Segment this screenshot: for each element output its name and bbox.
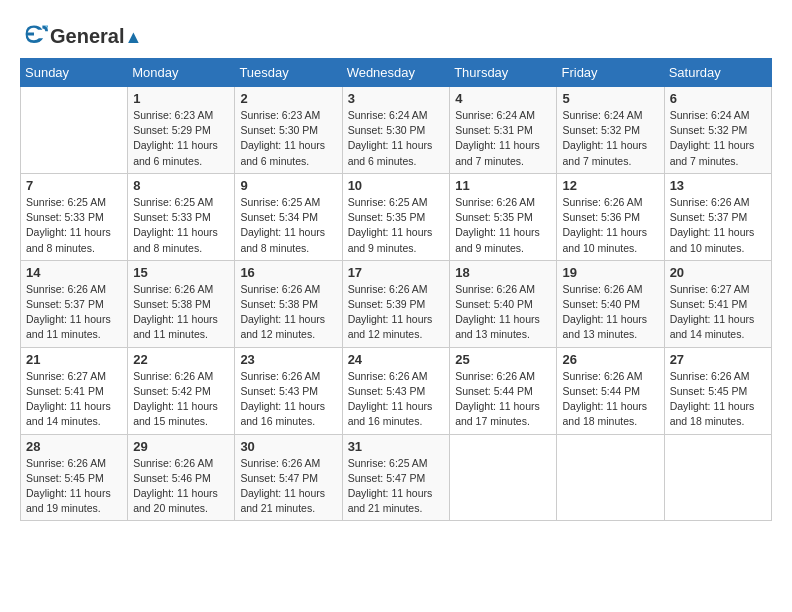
day-info: Sunrise: 6:27 AM Sunset: 5:41 PM Dayligh… [26,369,122,430]
day-info: Sunrise: 6:24 AM Sunset: 5:30 PM Dayligh… [348,108,445,169]
day-info: Sunrise: 6:25 AM Sunset: 5:33 PM Dayligh… [26,195,122,256]
day-info: Sunrise: 6:26 AM Sunset: 5:46 PM Dayligh… [133,456,229,517]
day-header-monday: Monday [128,59,235,87]
calendar-week-2: 7Sunrise: 6:25 AM Sunset: 5:33 PM Daylig… [21,173,772,260]
logo-text: General▲ [50,25,142,44]
calendar-cell: 2Sunrise: 6:23 AM Sunset: 5:30 PM Daylig… [235,87,342,174]
day-info: Sunrise: 6:25 AM Sunset: 5:47 PM Dayligh… [348,456,445,517]
page-header: General▲ [20,20,772,48]
day-number: 29 [133,439,229,454]
calendar-cell: 10Sunrise: 6:25 AM Sunset: 5:35 PM Dayli… [342,173,450,260]
day-number: 24 [348,352,445,367]
day-number: 21 [26,352,122,367]
calendar-cell: 17Sunrise: 6:26 AM Sunset: 5:39 PM Dayli… [342,260,450,347]
day-info: Sunrise: 6:26 AM Sunset: 5:45 PM Dayligh… [26,456,122,517]
calendar-cell: 5Sunrise: 6:24 AM Sunset: 5:32 PM Daylig… [557,87,664,174]
calendar-week-4: 21Sunrise: 6:27 AM Sunset: 5:41 PM Dayli… [21,347,772,434]
day-number: 3 [348,91,445,106]
day-number: 26 [562,352,658,367]
calendar-cell: 22Sunrise: 6:26 AM Sunset: 5:42 PM Dayli… [128,347,235,434]
calendar-cell: 15Sunrise: 6:26 AM Sunset: 5:38 PM Dayli… [128,260,235,347]
calendar-cell: 21Sunrise: 6:27 AM Sunset: 5:41 PM Dayli… [21,347,128,434]
day-number: 23 [240,352,336,367]
calendar-cell: 28Sunrise: 6:26 AM Sunset: 5:45 PM Dayli… [21,434,128,521]
day-info: Sunrise: 6:26 AM Sunset: 5:42 PM Dayligh… [133,369,229,430]
calendar-cell: 18Sunrise: 6:26 AM Sunset: 5:40 PM Dayli… [450,260,557,347]
day-info: Sunrise: 6:26 AM Sunset: 5:37 PM Dayligh… [26,282,122,343]
day-info: Sunrise: 6:23 AM Sunset: 5:29 PM Dayligh… [133,108,229,169]
day-header-thursday: Thursday [450,59,557,87]
calendar-cell [21,87,128,174]
day-number: 5 [562,91,658,106]
day-info: Sunrise: 6:25 AM Sunset: 5:34 PM Dayligh… [240,195,336,256]
day-info: Sunrise: 6:24 AM Sunset: 5:32 PM Dayligh… [562,108,658,169]
day-number: 11 [455,178,551,193]
day-number: 17 [348,265,445,280]
day-info: Sunrise: 6:26 AM Sunset: 5:44 PM Dayligh… [455,369,551,430]
calendar-cell: 23Sunrise: 6:26 AM Sunset: 5:43 PM Dayli… [235,347,342,434]
day-info: Sunrise: 6:25 AM Sunset: 5:33 PM Dayligh… [133,195,229,256]
day-number: 6 [670,91,766,106]
day-header-wednesday: Wednesday [342,59,450,87]
calendar-cell [450,434,557,521]
logo: General▲ [20,20,142,48]
day-info: Sunrise: 6:23 AM Sunset: 5:30 PM Dayligh… [240,108,336,169]
day-info: Sunrise: 6:26 AM Sunset: 5:39 PM Dayligh… [348,282,445,343]
day-info: Sunrise: 6:26 AM Sunset: 5:37 PM Dayligh… [670,195,766,256]
day-number: 13 [670,178,766,193]
calendar-cell: 26Sunrise: 6:26 AM Sunset: 5:44 PM Dayli… [557,347,664,434]
day-info: Sunrise: 6:26 AM Sunset: 5:35 PM Dayligh… [455,195,551,256]
calendar-cell: 11Sunrise: 6:26 AM Sunset: 5:35 PM Dayli… [450,173,557,260]
day-number: 1 [133,91,229,106]
calendar-cell: 31Sunrise: 6:25 AM Sunset: 5:47 PM Dayli… [342,434,450,521]
day-number: 12 [562,178,658,193]
calendar-body: 1Sunrise: 6:23 AM Sunset: 5:29 PM Daylig… [21,87,772,521]
day-info: Sunrise: 6:25 AM Sunset: 5:35 PM Dayligh… [348,195,445,256]
calendar-cell: 27Sunrise: 6:26 AM Sunset: 5:45 PM Dayli… [664,347,771,434]
calendar-cell: 12Sunrise: 6:26 AM Sunset: 5:36 PM Dayli… [557,173,664,260]
day-info: Sunrise: 6:24 AM Sunset: 5:32 PM Dayligh… [670,108,766,169]
day-number: 30 [240,439,336,454]
day-number: 7 [26,178,122,193]
day-info: Sunrise: 6:26 AM Sunset: 5:40 PM Dayligh… [455,282,551,343]
calendar-cell: 8Sunrise: 6:25 AM Sunset: 5:33 PM Daylig… [128,173,235,260]
calendar-cell: 30Sunrise: 6:26 AM Sunset: 5:47 PM Dayli… [235,434,342,521]
day-number: 19 [562,265,658,280]
calendar-cell: 4Sunrise: 6:24 AM Sunset: 5:31 PM Daylig… [450,87,557,174]
calendar-cell [664,434,771,521]
day-number: 28 [26,439,122,454]
logo-icon [20,20,48,48]
day-info: Sunrise: 6:26 AM Sunset: 5:44 PM Dayligh… [562,369,658,430]
day-number: 4 [455,91,551,106]
day-info: Sunrise: 6:26 AM Sunset: 5:38 PM Dayligh… [133,282,229,343]
day-info: Sunrise: 6:26 AM Sunset: 5:38 PM Dayligh… [240,282,336,343]
day-info: Sunrise: 6:26 AM Sunset: 5:40 PM Dayligh… [562,282,658,343]
calendar-cell: 20Sunrise: 6:27 AM Sunset: 5:41 PM Dayli… [664,260,771,347]
day-number: 10 [348,178,445,193]
day-info: Sunrise: 6:26 AM Sunset: 5:45 PM Dayligh… [670,369,766,430]
calendar-cell: 1Sunrise: 6:23 AM Sunset: 5:29 PM Daylig… [128,87,235,174]
calendar-cell: 6Sunrise: 6:24 AM Sunset: 5:32 PM Daylig… [664,87,771,174]
calendar-cell: 14Sunrise: 6:26 AM Sunset: 5:37 PM Dayli… [21,260,128,347]
day-info: Sunrise: 6:26 AM Sunset: 5:36 PM Dayligh… [562,195,658,256]
day-info: Sunrise: 6:26 AM Sunset: 5:47 PM Dayligh… [240,456,336,517]
day-number: 16 [240,265,336,280]
day-info: Sunrise: 6:27 AM Sunset: 5:41 PM Dayligh… [670,282,766,343]
day-number: 9 [240,178,336,193]
day-number: 14 [26,265,122,280]
calendar-cell: 25Sunrise: 6:26 AM Sunset: 5:44 PM Dayli… [450,347,557,434]
calendar-cell: 3Sunrise: 6:24 AM Sunset: 5:30 PM Daylig… [342,87,450,174]
day-number: 15 [133,265,229,280]
day-number: 2 [240,91,336,106]
calendar-week-3: 14Sunrise: 6:26 AM Sunset: 5:37 PM Dayli… [21,260,772,347]
calendar-table: SundayMondayTuesdayWednesdayThursdayFrid… [20,58,772,521]
days-header-row: SundayMondayTuesdayWednesdayThursdayFrid… [21,59,772,87]
day-info: Sunrise: 6:24 AM Sunset: 5:31 PM Dayligh… [455,108,551,169]
day-number: 8 [133,178,229,193]
calendar-week-5: 28Sunrise: 6:26 AM Sunset: 5:45 PM Dayli… [21,434,772,521]
calendar-cell: 16Sunrise: 6:26 AM Sunset: 5:38 PM Dayli… [235,260,342,347]
day-number: 27 [670,352,766,367]
day-header-sunday: Sunday [21,59,128,87]
day-header-tuesday: Tuesday [235,59,342,87]
calendar-cell: 7Sunrise: 6:25 AM Sunset: 5:33 PM Daylig… [21,173,128,260]
